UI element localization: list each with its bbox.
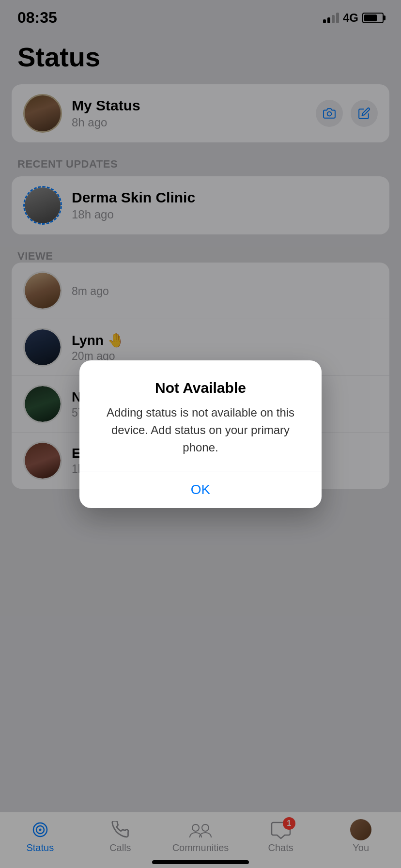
modal-ok-label: OK	[191, 482, 210, 497]
modal-title: Not Available	[97, 380, 304, 396]
modal-message: Adding status is not available on this d…	[97, 404, 304, 456]
modal-box: Not Available Adding status is not avail…	[79, 360, 322, 508]
modal-body: Not Available Adding status is not avail…	[79, 360, 322, 471]
modal-overlay: Not Available Adding status is not avail…	[0, 0, 401, 868]
modal-ok-button[interactable]: OK	[79, 471, 322, 508]
